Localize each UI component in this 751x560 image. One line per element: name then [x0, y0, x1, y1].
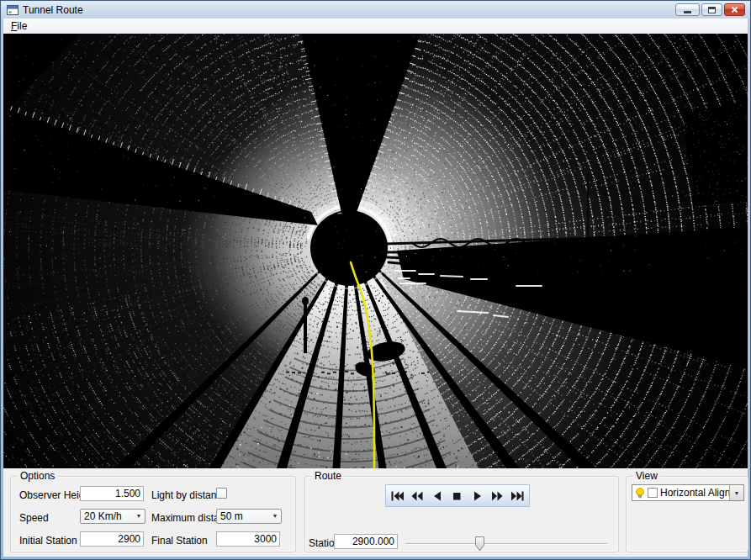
light-by-distance-checkbox[interactable] — [216, 488, 227, 499]
fast-rewind-icon — [410, 490, 425, 502]
chevron-down-icon: ▼ — [269, 510, 281, 523]
alignment-label: Horizontal Alignment — [658, 487, 729, 499]
route-group-label: Route — [312, 470, 344, 482]
transport-play-backward-button[interactable] — [428, 487, 447, 505]
close-button[interactable] — [724, 3, 745, 16]
route-group: Route Station — [304, 476, 619, 552]
options-group: Options Observer Height Light by distanc… — [10, 476, 296, 552]
transport-stop-button[interactable] — [448, 487, 467, 505]
fast-forward-icon — [490, 490, 505, 502]
app-window: Tunnel Route File Options Observer Heigh… — [0, 0, 751, 560]
transport-skip-to-start-button[interactable] — [389, 487, 407, 505]
view-group-label: View — [633, 470, 660, 482]
transport-skip-to-end-button[interactable] — [508, 487, 526, 505]
close-icon — [729, 4, 740, 15]
transport-fast-rewind-button[interactable] — [409, 487, 427, 505]
chevron-down-icon: ▼ — [133, 510, 145, 523]
maximize-icon — [708, 7, 716, 13]
view-group: View Horizontal Alignment ▼ — [626, 476, 748, 552]
alignment-dropdown-button[interactable]: ▼ — [729, 485, 743, 500]
transport-fast-forward-button[interactable] — [488, 487, 506, 505]
maximum-distance-value: 50 m — [220, 510, 269, 522]
initial-station-label: Initial Station — [19, 535, 77, 547]
final-station-input[interactable] — [216, 531, 280, 547]
station-slider-thumb[interactable] — [475, 536, 484, 552]
play-forward-icon — [470, 490, 484, 502]
alignment-checkbox[interactable] — [648, 488, 658, 498]
tunnel-pointcloud-view[interactable] — [3, 34, 748, 468]
maximum-distance-select[interactable]: 50 m ▼ — [216, 509, 282, 524]
observer-height-input[interactable] — [80, 486, 144, 501]
alignment-select[interactable]: Horizontal Alignment ▼ — [632, 484, 744, 501]
control-panel: Options Observer Height Light by distanc… — [3, 468, 748, 557]
chevron-down-icon: ▼ — [734, 490, 740, 496]
menu-file[interactable]: File — [3, 19, 34, 34]
station-slider-track[interactable] — [405, 543, 607, 545]
minimize-icon — [684, 11, 691, 13]
transport-toolbar — [385, 484, 530, 507]
speed-label: Speed — [19, 512, 49, 524]
station-input[interactable] — [334, 534, 398, 549]
stop-icon — [450, 490, 464, 502]
lightbulb-icon — [634, 487, 646, 499]
maximize-button[interactable] — [701, 3, 722, 16]
transport-play-forward-button[interactable] — [468, 487, 487, 505]
final-station-label: Final Station — [151, 535, 208, 547]
play-backward-icon — [431, 490, 445, 502]
titlebar[interactable]: Tunnel Route — [1, 1, 750, 18]
menu-bar: File — [3, 18, 748, 34]
skip-to-start-icon — [390, 490, 405, 502]
skip-to-end-icon — [510, 490, 525, 502]
minimize-button[interactable] — [675, 3, 700, 16]
caption-buttons — [675, 3, 745, 16]
options-group-label: Options — [18, 470, 57, 482]
speed-select[interactable]: 20 Km/h ▼ — [80, 509, 145, 524]
speed-value: 20 Km/h — [84, 510, 133, 522]
initial-station-input[interactable] — [80, 531, 144, 547]
window-title: Tunnel Route — [23, 4, 83, 16]
app-icon — [7, 5, 19, 15]
